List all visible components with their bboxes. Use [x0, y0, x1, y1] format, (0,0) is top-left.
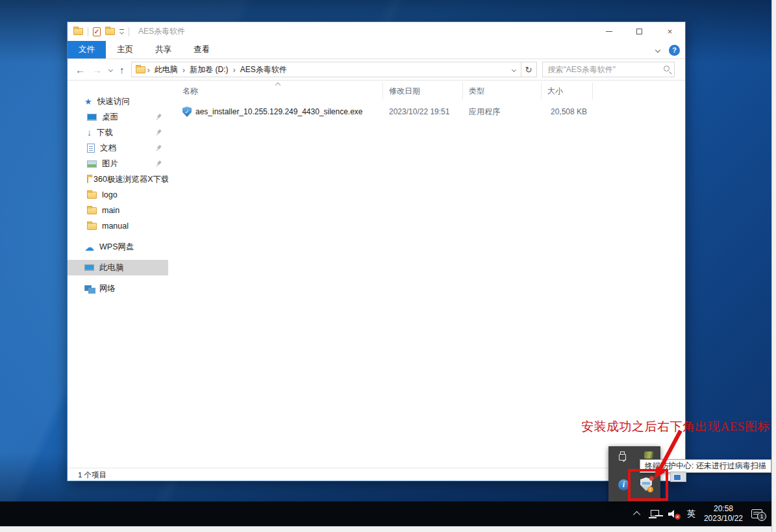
pictures-icon	[87, 160, 97, 168]
download-icon: ↓	[87, 128, 92, 137]
tab-file[interactable]: 文件	[68, 41, 106, 58]
volume-muted-icon[interactable]: ✕	[668, 510, 679, 518]
network-icon	[84, 285, 94, 292]
item-count: 1 个项目	[78, 470, 106, 480]
minimize-button[interactable]	[594, 22, 624, 41]
document-icon	[87, 144, 95, 153]
up-button[interactable]: ↑	[119, 65, 125, 75]
title-bar: ✓ AES杀毒软件 ×	[68, 22, 685, 41]
sidebar-item-manual[interactable]: manual	[68, 218, 168, 234]
cloud-icon: ☁	[84, 242, 94, 252]
sidebar-label: manual	[102, 222, 129, 231]
folder-icon	[87, 192, 97, 199]
forward-button[interactable]: →	[92, 65, 102, 75]
tab-share[interactable]: 共享	[144, 41, 182, 58]
crumb-separator: ›	[231, 65, 238, 75]
quick-access-toolbar: ✓ AES杀毒软件	[68, 26, 185, 37]
breadcrumb-current-folder[interactable]: AES杀毒软件	[238, 64, 290, 75]
recent-locations-icon[interactable]	[108, 67, 113, 71]
show-hidden-icons-chevron[interactable]	[633, 511, 640, 518]
annotation-arrow	[643, 425, 688, 487]
properties-icon[interactable]: ✓	[93, 27, 101, 36]
file-size: 20,508 KB	[542, 107, 593, 116]
sidebar-item-network[interactable]: 网络	[68, 281, 168, 296]
sidebar-item-logo[interactable]: logo	[68, 187, 168, 203]
tab-view[interactable]: 查看	[182, 41, 221, 58]
sidebar-label: 文档	[100, 143, 116, 154]
expand-ribbon-icon[interactable]	[655, 47, 660, 53]
sidebar-label: 图片	[102, 158, 118, 170]
pin-icon	[154, 159, 163, 168]
screen: ✓ AES杀毒软件 × 文件 主页 共享 查看	[0, 0, 776, 532]
maximize-button[interactable]	[624, 22, 655, 41]
window-folder-icon	[73, 28, 83, 35]
sidebar-item-downloads[interactable]: ↓ 下载	[68, 125, 168, 140]
clock-date: 2023/10/22	[704, 514, 743, 524]
customize-qat-dropdown-icon[interactable]	[119, 29, 124, 34]
folder-icon	[87, 176, 88, 183]
sidebar-label: WPS网盘	[99, 242, 134, 253]
sidebar-item-wps-cloud[interactable]: ☁ WPS网盘	[68, 239, 168, 255]
sidebar-label: 桌面	[102, 112, 118, 123]
search-icon	[664, 66, 670, 71]
column-header-size[interactable]: 大小	[542, 82, 593, 99]
location-folder-icon	[136, 66, 145, 73]
crumb-separator: ›	[181, 65, 187, 75]
breadcrumb-drive-d[interactable]: 新加卷 (D:)	[187, 64, 231, 75]
sidebar-item-desktop[interactable]: 桌面	[68, 109, 168, 125]
file-list: 名称 修改日期 类型 大小 ✓ aes_installer_10.255.129…	[168, 81, 685, 468]
close-button[interactable]: ×	[655, 22, 685, 41]
ribbon-tab-bar: 文件 主页 共享 查看 ?	[68, 41, 685, 59]
address-dropdown-icon[interactable]	[511, 68, 516, 72]
sidebar-item-this-pc[interactable]: 此电脑	[68, 260, 168, 275]
sidebar-item-main[interactable]: main	[68, 203, 168, 218]
back-button[interactable]: ←	[75, 65, 85, 75]
pin-icon	[154, 144, 163, 153]
search-box[interactable]	[542, 62, 675, 77]
notification-badge: 1	[757, 512, 766, 521]
sidebar-item-pictures[interactable]: 图片	[68, 156, 168, 171]
action-center-icon[interactable]: 1	[751, 509, 762, 518]
column-header-date[interactable]: 修改日期	[383, 82, 463, 99]
sidebar-item-360-download[interactable]: 360极速浏览器X下载	[68, 171, 168, 187]
taskbar[interactable]: ✕ 英 20:58 2023/10/22 1	[0, 501, 771, 526]
address-bar: ← → ↑ › 此电脑 › 新加卷 (D:) › AES杀毒软件 ↻	[68, 59, 685, 81]
refresh-button[interactable]: ↻	[521, 62, 537, 77]
crumb-separator: ›	[145, 65, 152, 75]
pin-icon	[154, 112, 163, 121]
divider	[88, 27, 88, 36]
column-headers: 名称 修改日期 类型 大小	[168, 82, 685, 99]
language-indicator[interactable]: 英	[687, 508, 695, 520]
tab-home[interactable]: 主页	[106, 41, 144, 58]
file-date: 2023/10/22 19:51	[383, 107, 463, 116]
sidebar-label: 网络	[99, 283, 116, 294]
sidebar-item-documents[interactable]: 文档	[68, 140, 168, 156]
sidebar-label: 360极速浏览器X下载	[94, 174, 168, 185]
breadcrumb-this-pc[interactable]: 此电脑	[152, 64, 181, 75]
sidebar-label: 此电脑	[99, 262, 124, 273]
help-icon[interactable]: ?	[669, 45, 680, 56]
computer-icon	[84, 264, 94, 271]
file-name: aes_installer_10.255.129.249_4430_silenc…	[195, 107, 363, 116]
new-folder-icon[interactable]	[105, 28, 115, 35]
folder-icon	[87, 207, 97, 214]
desktop-icon	[87, 114, 97, 121]
clock[interactable]: 20:58 2023/10/22	[704, 504, 743, 524]
star-icon: ★	[84, 97, 92, 107]
frame-edge	[771, 0, 776, 532]
desktop-wallpaper: ✓ AES杀毒软件 × 文件 主页 共享 查看	[0, 0, 771, 526]
installer-shield-icon: ✓	[182, 107, 192, 117]
network-tray-icon[interactable]	[649, 510, 660, 518]
breadcrumb[interactable]: › 此电脑 › 新加卷 (D:) › AES杀毒软件	[131, 62, 521, 77]
search-input[interactable]	[543, 65, 657, 74]
column-header-type[interactable]: 类型	[463, 82, 542, 99]
pin-icon	[154, 128, 163, 137]
window-title: AES杀毒软件	[138, 26, 185, 37]
file-type: 应用程序	[463, 107, 542, 118]
file-row[interactable]: ✓ aes_installer_10.255.129.249_4430_sile…	[168, 105, 597, 119]
usb-tray-icon[interactable]: ✓	[619, 451, 627, 462]
frame-edge	[0, 526, 771, 532]
mute-badge: ✕	[675, 514, 681, 520]
sidebar-item-quick-access[interactable]: ★ 快速访问	[68, 94, 168, 109]
status-bar: 1 个项目	[68, 468, 685, 482]
